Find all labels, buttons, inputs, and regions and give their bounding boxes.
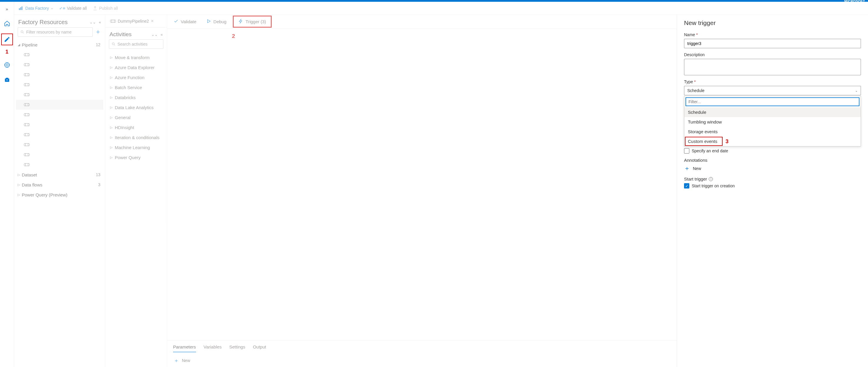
- type-label: Type: [684, 79, 861, 84]
- new-parameter-button[interactable]: ＋ New: [167, 354, 677, 367]
- factory-resources-panel: Factory Resources ⌄⌄ « + ◢: [14, 15, 105, 367]
- activities-collapse-icon[interactable]: «: [161, 32, 163, 37]
- shared-toolbar: Data Factory ⌄ ✓≡ Validate all Publish a…: [14, 2, 868, 15]
- pipeline-item[interactable]: [16, 160, 103, 170]
- trigger-button[interactable]: Trigger (3): [235, 17, 269, 26]
- svg-point-6: [21, 31, 23, 33]
- pipeline-item[interactable]: [16, 130, 103, 140]
- left-rail: » 1: [0, 2, 14, 367]
- svg-point-27: [24, 154, 26, 156]
- pipeline-item[interactable]: [16, 150, 103, 160]
- svg-point-0: [4, 63, 9, 68]
- add-resource-button[interactable]: +: [94, 28, 101, 36]
- activity-group[interactable]: ▷General: [108, 112, 164, 122]
- description-label: Description: [684, 52, 861, 57]
- specify-end-checkbox[interactable]: [684, 148, 689, 154]
- factory-filter-input[interactable]: [18, 27, 93, 37]
- pipeline-item[interactable]: [16, 100, 103, 110]
- svg-point-26: [28, 143, 29, 146]
- svg-point-15: [24, 94, 26, 96]
- tab-settings[interactable]: Settings: [229, 344, 245, 352]
- activities-pin-icon[interactable]: ⌄⌄: [151, 32, 158, 37]
- validate-all-button[interactable]: ✓≡ Validate all: [59, 6, 87, 10]
- monitor-icon[interactable]: [2, 60, 12, 70]
- pipeline-item[interactable]: [16, 90, 103, 100]
- home-icon[interactable]: [2, 19, 12, 28]
- pipeline-item[interactable]: [16, 60, 103, 70]
- tree-dataflows[interactable]: ▷ Data flows 3: [16, 180, 103, 190]
- svg-point-8: [28, 54, 29, 56]
- author-pencil-icon[interactable]: [2, 35, 12, 44]
- svg-rect-4: [20, 7, 21, 10]
- activity-group[interactable]: ▷Data Lake Analytics: [108, 102, 164, 112]
- validate-button[interactable]: Validate: [170, 17, 200, 26]
- activity-group[interactable]: ▷Move & transform: [108, 52, 164, 62]
- activity-group[interactable]: ▷Batch Service: [108, 82, 164, 92]
- svg-point-24: [28, 134, 29, 136]
- tab-output[interactable]: Output: [253, 344, 266, 352]
- trigger-name-input[interactable]: [684, 39, 861, 48]
- activities-title: Activities: [110, 31, 131, 38]
- tree-d238set
-nav[interactable]: ▷ Dataset 13: [16, 170, 103, 180]
- activity-group[interactable]: ▷Power Query: [108, 152, 164, 162]
- new-trigger-pane: New trigger Name Description Type Schedu…: [677, 15, 868, 367]
- svg-point-18: [28, 103, 29, 106]
- pipeline-item[interactable]: [16, 70, 103, 80]
- close-tab-icon[interactable]: ✕: [151, 19, 154, 23]
- activities-search-input[interactable]: [109, 39, 163, 49]
- tree-pipeline[interactable]: ◢ Pipeline 12: [16, 40, 103, 50]
- type-option-custom[interactable]: Custom events 3: [684, 136, 861, 146]
- pipeline-item[interactable]: [16, 120, 103, 130]
- type-dropdown[interactable]: Schedule ⌄: [684, 86, 861, 95]
- pin-icon[interactable]: ⌄⌄: [90, 20, 96, 24]
- svg-point-11: [24, 73, 26, 76]
- svg-rect-3: [19, 8, 20, 10]
- svg-point-23: [24, 134, 26, 136]
- svg-rect-5: [22, 6, 22, 10]
- activities-panel: DummyPipeline2 ✕ Activities ⌄⌄ «: [105, 15, 167, 367]
- pipeline-item[interactable]: [16, 50, 103, 60]
- tree-powerquery[interactable]: ▷ Power Query (Preview): [16, 190, 103, 200]
- expand-rail-icon[interactable]: »: [2, 4, 12, 13]
- svg-point-12: [28, 73, 29, 76]
- annotations-label: Annotations: [684, 158, 861, 163]
- type-option-schedule[interactable]: Schedule: [684, 107, 861, 117]
- svg-point-21: [24, 124, 26, 126]
- activity-group[interactable]: ▷Machine Learning: [108, 142, 164, 152]
- activity-group[interactable]: ▷Azure Data Explorer: [108, 62, 164, 72]
- factory-title: Factory Resources: [18, 19, 68, 26]
- type-option-storage[interactable]: Storage events: [684, 127, 861, 136]
- activity-group[interactable]: ▷Azure Function: [108, 72, 164, 82]
- activity-group[interactable]: ▷Databricks: [108, 92, 164, 102]
- pipeline-item[interactable]: [16, 80, 103, 90]
- svg-point-20: [28, 113, 29, 116]
- trigger-description-input[interactable]: [684, 59, 861, 75]
- name-label: Name: [684, 32, 861, 37]
- svg-point-7: [24, 54, 26, 56]
- activity-group[interactable]: ▷Iteration & conditionals: [108, 132, 164, 142]
- type-option-tumbling[interactable]: Tumbling window: [684, 117, 861, 127]
- pipeline-item[interactable]: [16, 110, 103, 120]
- add-annotation-button[interactable]: ＋ New: [684, 164, 861, 172]
- pipeline-tab[interactable]: DummyPipeline2 ✕: [108, 19, 156, 24]
- start-trigger-label: Start trigger: [684, 176, 707, 181]
- pipeline-item[interactable]: [16, 140, 103, 150]
- svg-point-16: [28, 94, 29, 96]
- callout-3: 3: [725, 138, 728, 144]
- callout-1: 1: [5, 49, 8, 55]
- type-filter-input[interactable]: [685, 97, 860, 106]
- data-factory-dropdown[interactable]: Data Factory ⌄: [18, 6, 53, 11]
- tab-variables[interactable]: Variables: [204, 344, 222, 352]
- svg-point-30: [28, 164, 29, 166]
- start-trigger-checkbox[interactable]: ✓: [684, 183, 689, 189]
- svg-point-25: [24, 143, 26, 146]
- info-icon[interactable]: i: [709, 177, 713, 181]
- debug-button[interactable]: Debug: [203, 17, 230, 26]
- start-trigger-checkbox-label: Start trigger on creation: [692, 184, 735, 188]
- collapse-icon[interactable]: «: [99, 20, 101, 24]
- publish-all-button[interactable]: Publish all: [93, 6, 118, 10]
- activity-group[interactable]: ▷HDInsight: [108, 122, 164, 132]
- manage-toolbox-icon[interactable]: [2, 75, 12, 85]
- tab-parameters[interactable]: Parameters: [173, 344, 196, 352]
- callout-2: 2: [232, 33, 235, 39]
